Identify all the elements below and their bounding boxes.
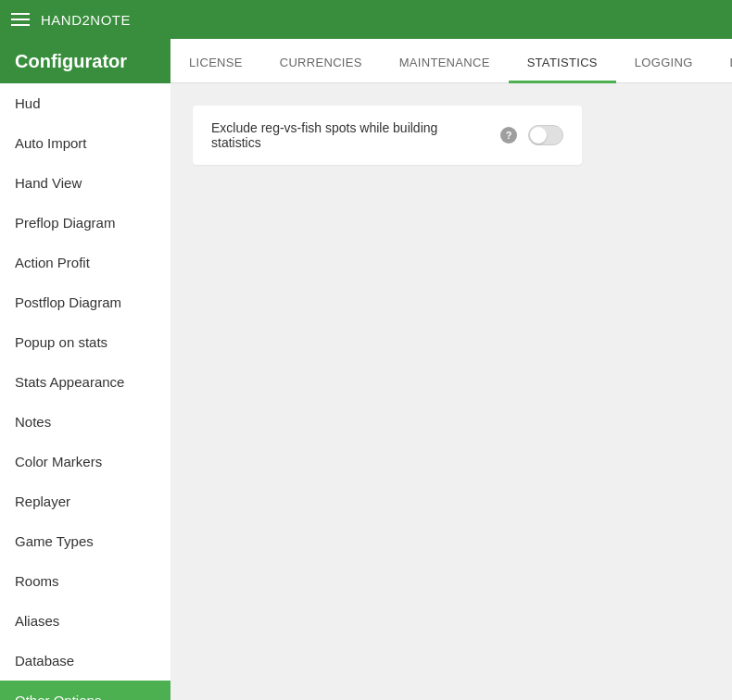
exclude-reg-vs-fish-toggle[interactable]	[528, 125, 563, 145]
sidebar-item-game-types[interactable]: Game Types	[0, 521, 170, 561]
sidebar-title: Configurator	[0, 39, 170, 83]
sidebar-item-aliases[interactable]: Aliases	[0, 601, 170, 641]
tab-license[interactable]: LICENSE	[170, 56, 261, 83]
sidebar-item-auto-import[interactable]: Auto Import	[0, 123, 170, 163]
sidebar-item-notes[interactable]: Notes	[0, 402, 170, 442]
sidebar-item-action-profit[interactable]: Action Profit	[0, 243, 170, 282]
sidebar-item-hud[interactable]: Hud	[0, 83, 170, 123]
sidebar-item-postflop-diagram[interactable]: Postflop Diagram	[0, 282, 170, 322]
sidebar-item-popup-on-stats[interactable]: Popup on stats	[0, 322, 170, 362]
exclude-reg-vs-fish-row: Exclude reg-vs-fish spots while building…	[193, 106, 582, 165]
sidebar-item-database[interactable]: Database	[0, 641, 170, 681]
sidebar-item-stats-appearance[interactable]: Stats Appearance	[0, 362, 170, 402]
tab-currencies[interactable]: CURRENCIES	[261, 56, 381, 83]
sidebar-item-preflop-diagram[interactable]: Preflop Diagram	[0, 203, 170, 243]
top-bar: HAND2NOTE	[0, 0, 732, 39]
sidebar-item-rooms[interactable]: Rooms	[0, 561, 170, 601]
sidebar-item-replayer[interactable]: Replayer	[0, 481, 170, 521]
content-area: Exclude reg-vs-fish spots while building…	[170, 83, 732, 700]
tooltip-icon[interactable]: ?	[500, 127, 517, 144]
tab-statistics[interactable]: STATISTICS	[509, 56, 616, 83]
app-title: HAND2NOTE	[41, 12, 131, 28]
main-content: LICENSE CURRENCIES MAINTENANCE STATISTIC…	[170, 39, 732, 700]
tab-logging[interactable]: LOGGING	[616, 56, 712, 83]
tab-maintenance[interactable]: MAINTENANCE	[381, 56, 509, 83]
exclude-reg-vs-fish-label: Exclude reg-vs-fish spots while building…	[211, 120, 489, 150]
tab-bar: LICENSE CURRENCIES MAINTENANCE STATISTIC…	[170, 39, 732, 83]
sidebar-item-hand-view[interactable]: Hand View	[0, 163, 170, 203]
sidebar: Configurator Hud Auto Import Hand View P…	[0, 39, 170, 700]
layout: Configurator Hud Auto Import Hand View P…	[0, 39, 732, 700]
tab-language[interactable]: LANGUAGE	[712, 56, 732, 83]
menu-icon[interactable]	[11, 13, 30, 26]
sidebar-item-other-options[interactable]: Other Options	[0, 681, 170, 700]
sidebar-item-color-markers[interactable]: Color Markers	[0, 442, 170, 481]
